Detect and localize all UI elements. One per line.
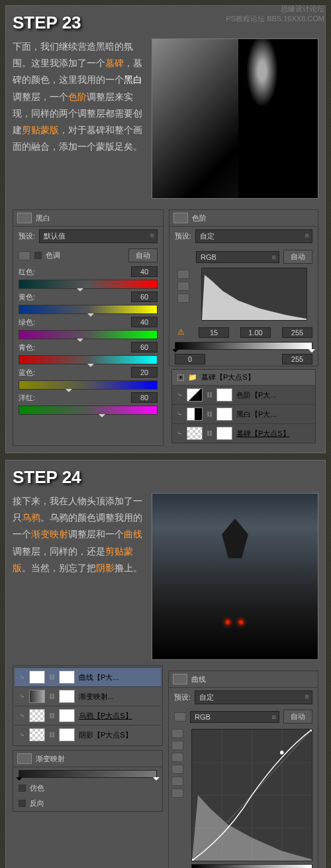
levels-preset-select[interactable]: 自定	[195, 229, 312, 243]
layer-thumb	[29, 709, 45, 722]
layer-row[interactable]: ⤷⛓色阶【P大...	[172, 385, 315, 404]
mask-thumb	[216, 388, 232, 402]
layer-row[interactable]: ⤷⛓黑白【P大...	[172, 404, 315, 423]
link-icon: ⛓	[207, 411, 213, 417]
clip-icon: ⤷	[20, 693, 25, 700]
mask-thumb	[59, 709, 75, 722]
layer-thumb	[187, 388, 203, 402]
levels-black-input[interactable]: 15	[199, 327, 229, 338]
slider-label: 蓝色:	[19, 368, 42, 378]
levels-gamma-input[interactable]: 1.00	[240, 327, 271, 338]
curves-auto-button[interactable]: 自动	[283, 710, 312, 724]
bw-adjustment-panel: 黑白 预设: 默认值 色调 自动 红色:40 黄色:60 绿色:40 青色:60…	[13, 209, 164, 446]
levels-output-gradient[interactable]	[175, 342, 312, 350]
levels-auto-button[interactable]: 自动	[283, 250, 312, 264]
curves-channel-select[interactable]: RGB	[190, 711, 279, 723]
hand-tool-icon[interactable]	[19, 251, 30, 260]
layer-row[interactable]: ⤷⛓曲线【P大...	[15, 667, 161, 686]
layer-thumb	[29, 690, 45, 703]
eyedropper-white-icon[interactable]	[171, 788, 183, 798]
levels-channel-select[interactable]: RGB	[196, 251, 279, 263]
gradmap-gradient[interactable]	[19, 770, 157, 778]
color-slider[interactable]	[19, 380, 158, 390]
layer-group-header[interactable]: ▾ 📁 墓碑【P大点S】	[172, 370, 315, 385]
slider-label: 洋红:	[19, 393, 42, 403]
layer-row[interactable]: ⤷⛓乌鸦【P大点S】	[15, 706, 161, 725]
link-icon: ⛓	[49, 732, 55, 738]
slider-value-input[interactable]: 80	[131, 392, 158, 403]
bw-icon	[17, 213, 32, 223]
levels-out-black[interactable]: 0	[175, 354, 205, 364]
clip-icon: ⤷	[20, 732, 25, 738]
step24-image	[152, 493, 318, 660]
slider-label: 绿色:	[19, 317, 42, 327]
levels-histogram[interactable]	[201, 268, 307, 321]
preset-label: 预设:	[175, 231, 191, 241]
layer-thumb	[187, 427, 203, 440]
step24-description: 接下来，我在人物头顶添加了一只乌鸦。乌鸦的颜色调整我用的一个渐变映射调整层和一个…	[13, 493, 145, 660]
warning-icon: ⚠	[175, 327, 187, 338]
layer-thumb	[187, 407, 203, 421]
reverse-checkbox[interactable]	[19, 800, 26, 807]
eyedropper-white-icon[interactable]	[177, 294, 189, 303]
mask-thumb	[216, 407, 232, 421]
step23-description: 下面，我们继续营造黑暗的氛围。这里我添加了一个墓碑，墓碑的颜色，这里我用的一个黑…	[13, 38, 145, 199]
color-slider[interactable]	[19, 406, 158, 415]
slider-value-input[interactable]: 60	[131, 292, 158, 302]
clip-icon: ⤷	[177, 411, 183, 417]
dither-checkbox[interactable]	[19, 785, 26, 792]
layer-thumb	[29, 671, 45, 684]
curves-graph[interactable]	[191, 729, 312, 861]
link-icon: ⛓	[207, 430, 213, 437]
layer-name: 阴影【P大点S】	[79, 730, 132, 740]
bw-preset-select[interactable]: 默认值	[39, 229, 158, 243]
layer-name: 墓碑【P大点S】	[236, 429, 290, 439]
slider-label: 青色:	[19, 343, 42, 353]
layer-name: 乌鸦【P大点S】	[79, 711, 132, 721]
layer-name: 色阶【P大...	[236, 390, 277, 400]
color-slider[interactable]	[19, 305, 158, 314]
color-slider[interactable]	[19, 355, 158, 364]
eyedropper-gray-icon[interactable]	[171, 777, 183, 786]
levels-white-input[interactable]: 255	[282, 327, 312, 338]
gradmap-title: 渐变映射	[36, 754, 65, 764]
curve-point-tool-icon[interactable]	[171, 729, 183, 738]
layer-name: 曲线【P大...	[79, 673, 119, 682]
curves-hand-icon[interactable]	[174, 712, 186, 722]
link-icon: ⛓	[49, 674, 55, 680]
tint-label: 色调	[46, 250, 60, 260]
curves-preset-select[interactable]: 自定	[195, 690, 312, 704]
eyedropper-gray-icon[interactable]	[177, 282, 189, 291]
folder-collapse-icon[interactable]: ▾	[177, 374, 184, 381]
step23-panel: STEP 23 下面，我们继续营造黑暗的氛围。这里我添加了一个墓碑，墓碑的颜色，…	[5, 5, 326, 453]
layer-row[interactable]: ⤷⛓墓碑【P大点S】	[172, 423, 315, 443]
eyedropper-black-icon[interactable]	[177, 270, 189, 279]
levels-panel: 色阶 预设: 自定 RGB 自动	[169, 209, 318, 366]
slider-value-input[interactable]: 40	[131, 317, 158, 327]
eyedropper-black-icon[interactable]	[171, 765, 183, 774]
slider-value-input[interactable]: 20	[131, 367, 158, 378]
curves-title: 曲线	[191, 675, 206, 684]
mask-thumb	[216, 427, 232, 440]
curve-smooth-icon[interactable]	[171, 753, 183, 762]
slider-value-input[interactable]: 40	[131, 266, 158, 277]
color-slider[interactable]	[19, 330, 158, 339]
bw-auto-button[interactable]: 自动	[128, 248, 158, 262]
step23-title: STEP 23	[13, 13, 318, 33]
tint-checkbox[interactable]	[34, 252, 42, 259]
curves-input-gradient	[191, 864, 312, 868]
layer-row[interactable]: ⤷⛓阴影【P大点S】	[15, 725, 161, 744]
color-slider[interactable]	[19, 280, 158, 289]
svg-point-8	[280, 751, 283, 755]
clip-icon: ⤷	[177, 430, 183, 437]
slider-value-input[interactable]: 60	[131, 342, 158, 353]
mask-thumb	[59, 728, 75, 741]
preset-label: 预设:	[19, 231, 35, 241]
slider-label: 红色:	[19, 267, 42, 277]
curve-pencil-tool-icon[interactable]	[171, 741, 183, 750]
layer-row[interactable]: ⤷⛓渐变映射...	[15, 686, 161, 706]
layer-name: 渐变映射...	[79, 692, 114, 702]
clip-icon: ⤷	[20, 674, 25, 680]
mask-thumb	[59, 671, 75, 684]
step24-panel: STEP 24 接下来，我在人物头顶添加了一只乌鸦。乌鸦的颜色调整我用的一个渐变…	[5, 460, 326, 868]
